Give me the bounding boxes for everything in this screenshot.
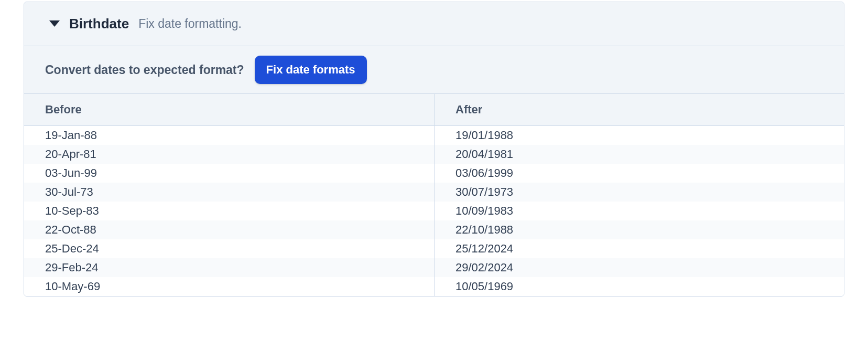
chevron-down-icon: [49, 20, 60, 28]
cell-after: 30/07/1973: [434, 183, 844, 202]
table-row: 03-Jun-9903/06/1999: [24, 164, 844, 183]
cell-after: 03/06/1999: [434, 164, 844, 183]
panel-subtitle: Fix date formatting.: [138, 17, 242, 31]
action-bar: Convert dates to expected format? Fix da…: [24, 46, 844, 94]
table-header: Before After: [24, 94, 844, 126]
cell-after: 10/05/1969: [434, 277, 844, 296]
cell-after: 10/09/1983: [434, 202, 844, 220]
cell-after: 22/10/1988: [434, 220, 844, 239]
cell-after: 29/02/2024: [434, 258, 844, 277]
table-row: 30-Jul-7330/07/1973: [24, 183, 844, 202]
panel-header[interactable]: Birthdate Fix date formatting.: [24, 2, 844, 46]
table-row: 10-May-6910/05/1969: [24, 277, 844, 296]
cell-after: 19/01/1988: [434, 126, 844, 145]
table-row: 25-Dec-2425/12/2024: [24, 239, 844, 258]
fix-date-formats-button[interactable]: Fix date formats: [255, 56, 367, 84]
cell-before: 10-May-69: [24, 277, 434, 296]
cell-before: 22-Oct-88: [24, 220, 434, 239]
table-row: 20-Apr-8120/04/1981: [24, 145, 844, 164]
table-body: 19-Jan-8819/01/198820-Apr-8120/04/198103…: [24, 126, 844, 296]
cell-after: 20/04/1981: [434, 145, 844, 164]
cell-before: 29-Feb-24: [24, 258, 434, 277]
table-row: 29-Feb-2429/02/2024: [24, 258, 844, 277]
cell-before: 20-Apr-81: [24, 145, 434, 164]
cell-before: 25-Dec-24: [24, 239, 434, 258]
table-row: 19-Jan-8819/01/1988: [24, 126, 844, 145]
panel-title: Birthdate: [69, 16, 129, 32]
table-row: 22-Oct-8822/10/1988: [24, 220, 844, 239]
table-row: 10-Sep-8310/09/1983: [24, 202, 844, 220]
cell-before: 19-Jan-88: [24, 126, 434, 145]
cell-before: 10-Sep-83: [24, 202, 434, 220]
column-header-before: Before: [24, 94, 434, 125]
cell-after: 25/12/2024: [434, 239, 844, 258]
action-question: Convert dates to expected format?: [45, 63, 244, 77]
date-format-panel: Birthdate Fix date formatting. Convert d…: [24, 2, 844, 297]
cell-before: 30-Jul-73: [24, 183, 434, 202]
cell-before: 03-Jun-99: [24, 164, 434, 183]
column-header-after: After: [434, 94, 844, 125]
